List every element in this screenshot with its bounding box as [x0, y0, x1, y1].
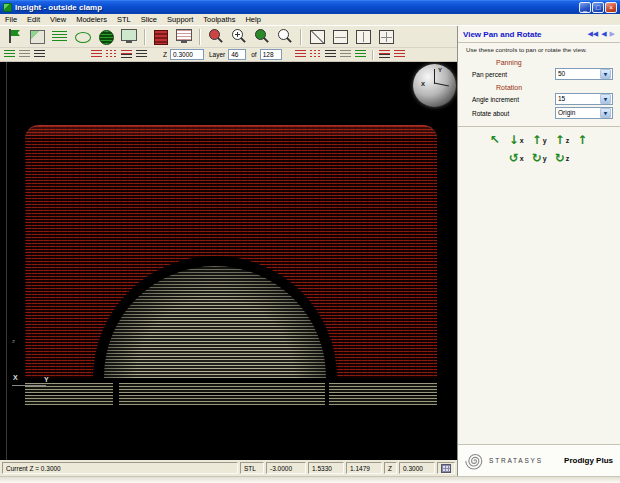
rotate-x-button[interactable]: ↺ x [509, 152, 524, 164]
style-red2-icon[interactable] [393, 49, 406, 60]
base-segment [329, 383, 437, 405]
rotate-buttons-row: ↺ x ↻ y ↻ z [458, 152, 620, 164]
style-gray-icon[interactable] [339, 49, 352, 60]
menu-support[interactable]: Support [162, 15, 198, 24]
status-grid-segment[interactable] [437, 462, 455, 474]
nav-forward-icon[interactable]: ▶ [610, 31, 615, 38]
style-red-solid-icon[interactable] [294, 49, 307, 60]
pan-arrow-icon: ↑ [532, 134, 542, 146]
slice-lines-icon[interactable] [49, 27, 70, 46]
toolbar-separator [372, 50, 373, 60]
layer-input[interactable] [228, 49, 246, 60]
view-top-icon[interactable] [352, 27, 373, 46]
layer-list-icon[interactable] [33, 49, 46, 60]
layer-down-icon[interactable] [18, 49, 31, 60]
minimize-button[interactable]: _ [579, 2, 591, 13]
menu-edit[interactable]: Edit [22, 15, 45, 24]
model-viewport[interactable]: X Y z X Y [0, 62, 457, 460]
nav-back-all-icon[interactable]: ◀◀ [587, 31, 598, 38]
preview-monitor-icon[interactable] [118, 27, 139, 46]
layer-total-input[interactable] [260, 49, 282, 60]
close-button[interactable]: × [605, 2, 617, 13]
chevron-down-icon[interactable]: ▼ [600, 108, 611, 118]
ball-y-label: Y [438, 67, 442, 73]
status-z-value: 0.3000 [399, 462, 435, 474]
show-mixed-curves-icon[interactable] [120, 49, 133, 60]
axis-x-label: X [13, 374, 18, 381]
zoom-in-icon[interactable] [228, 27, 249, 46]
layer-field-label: Layer [209, 51, 225, 58]
view-pan-rotate-panel: View Pan and Rotate ◀◀ ◀ ▶ Use these con… [457, 26, 620, 476]
toolpath-monitor-icon[interactable] [173, 27, 194, 46]
pan-z-button[interactable]: ↑ z [555, 134, 570, 146]
rotate-arrow-icon: ↻ [532, 152, 542, 164]
stratasys-shell-icon [463, 450, 485, 472]
menu-toolpaths[interactable]: Toolpaths [198, 15, 240, 24]
rotate-y-button[interactable]: ↻ y [532, 152, 547, 164]
pan-y-button[interactable]: ↑ y [532, 134, 547, 146]
main-toolbar [0, 26, 457, 48]
curve-icon[interactable] [72, 27, 93, 46]
chevron-down-icon[interactable]: ▼ [600, 94, 611, 104]
chevron-down-icon[interactable]: ▼ [600, 69, 611, 79]
pan-percent-select[interactable]: 50 ▼ [555, 68, 613, 80]
view-front-icon[interactable] [329, 27, 350, 46]
rotate-about-label: Rotate about [472, 110, 509, 117]
ball-x-label: X [421, 81, 425, 87]
pan-buttons-row: ↖ ↓ x ↑ y ↑ z ↑ [458, 134, 620, 146]
rotation-section-label: Rotation [458, 81, 620, 92]
maximize-button[interactable]: □ [592, 2, 604, 13]
orientation-ball[interactable]: X Y [413, 64, 456, 107]
support-sphere-icon[interactable] [95, 27, 116, 46]
rotate-arrow-icon: ↺ [509, 152, 519, 164]
menu-help[interactable]: Help [240, 15, 265, 24]
zoom-curve-icon[interactable] [205, 27, 226, 46]
panel-title: View Pan and Rotate [463, 30, 542, 39]
pan-arrow-icon: ↑ [555, 134, 565, 146]
style-red-dash-icon[interactable] [309, 49, 322, 60]
base-layers [25, 383, 437, 405]
menu-file[interactable]: File [0, 15, 22, 24]
status-x-coord: -3.0000 [266, 462, 306, 474]
toolbar-separator [300, 29, 301, 45]
angle-increment-select[interactable]: 15 ▼ [555, 93, 613, 105]
layer-up-icon[interactable] [3, 49, 16, 60]
rotate-z-button[interactable]: ↻ z [555, 152, 570, 164]
nav-back-icon[interactable]: ◀ [601, 31, 606, 38]
zoom-window-icon[interactable] [274, 27, 295, 46]
pan-percent-value: 50 [556, 71, 600, 78]
pan-diagonal-button[interactable]: ↖ [490, 134, 501, 146]
menu-modelers[interactable]: Modelers [71, 15, 112, 24]
panel-header: View Pan and Rotate ◀◀ ◀ ▶ [458, 26, 620, 43]
caption-buttons: _ □ × [579, 2, 617, 13]
rotate-about-select[interactable]: Origin ▼ [555, 107, 613, 119]
window-bottom-edge [0, 476, 620, 483]
flag-icon[interactable] [3, 27, 24, 46]
pan-percent-row: Pan percent 50 ▼ [458, 67, 620, 81]
status-bar: Current Z = 0.3000 STL -3.0000 1.5330 1.… [0, 460, 457, 476]
show-curves-icon[interactable] [90, 49, 103, 60]
panel-description: Use these controls to pan or rotate the … [458, 43, 620, 56]
style-dark-icon[interactable] [324, 49, 337, 60]
style-mixed-icon[interactable] [378, 49, 391, 60]
menu-stl[interactable]: STL [112, 15, 136, 24]
z-input[interactable] [170, 49, 204, 60]
style-green-icon[interactable] [354, 49, 367, 60]
app-icon[interactable] [3, 3, 12, 12]
pan-x-button[interactable]: ↓ x [509, 134, 524, 146]
pan-up-button[interactable]: ↑ [577, 134, 588, 146]
status-format: STL [240, 462, 264, 474]
show-dark-curves-icon[interactable] [135, 49, 148, 60]
view-iso-icon[interactable] [306, 27, 327, 46]
zoom-extents-icon[interactable] [251, 27, 272, 46]
panel-nav: ◀◀ ◀ ▶ [587, 31, 615, 38]
view-side-icon[interactable] [375, 27, 396, 46]
toolbar-separator [144, 29, 145, 45]
menu-slice[interactable]: Slice [136, 15, 162, 24]
pan-percent-label: Pan percent [472, 71, 507, 78]
menu-view[interactable]: View [45, 15, 71, 24]
support-structure-icon[interactable] [150, 27, 171, 46]
show-dashed-curves-icon[interactable] [105, 49, 118, 60]
rotate-arrow-icon: ↻ [555, 152, 565, 164]
model-icon[interactable] [26, 27, 47, 46]
